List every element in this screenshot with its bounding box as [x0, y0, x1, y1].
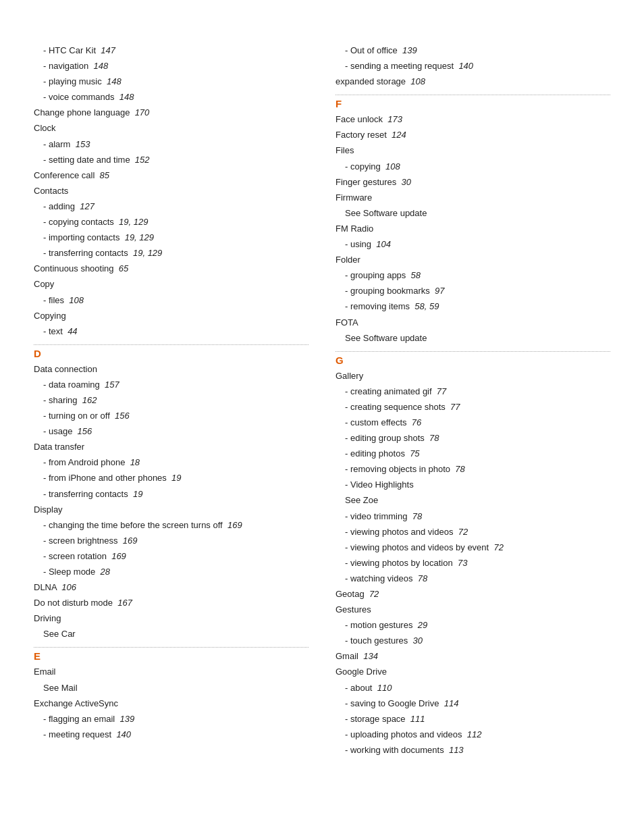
index-see-ref: See Software update — [336, 206, 610, 221]
page-ref: 29 — [418, 620, 427, 630]
section-letter: E — [34, 650, 308, 662]
page-ref: 108 — [410, 76, 425, 86]
page-ref: 72 — [458, 527, 468, 537]
right-column: - Out of office 139- sending a meeting r… — [336, 43, 610, 758]
page-ref: 106 — [61, 582, 76, 592]
index-entry-sub: - transferring contacts 19, 129 — [34, 246, 308, 261]
page-ref: 139 — [402, 45, 417, 55]
page-ref: 78 — [418, 573, 427, 583]
index-entry-main: Factory reset 124 — [336, 128, 610, 142]
index-entry-main: Change phone language 170 — [34, 105, 308, 120]
index-entry-main: Files — [336, 143, 610, 158]
page-ref: 114 — [444, 698, 459, 708]
index-columns: - HTC Car Kit 147- navigation 148- playi… — [34, 43, 610, 758]
page-ref: 44 — [68, 326, 77, 336]
index-entry-main: Folder — [336, 253, 610, 267]
index-entry-main: Face unlock 173 — [336, 112, 610, 127]
index-entry-sub: - from Android phone 18 — [34, 455, 308, 470]
index-entry-sub: - flagging an email 139 — [34, 712, 308, 727]
page-ref: 77 — [437, 386, 446, 396]
page-ref: 169 — [123, 536, 138, 546]
page-ref: 140 — [458, 61, 473, 71]
index-see-ref: See Software update — [336, 331, 610, 346]
index-entry-main: Continuous shooting 65 — [34, 261, 308, 276]
page-ref: 19 — [171, 473, 181, 483]
index-entry-main: Geotag 72 — [336, 587, 610, 602]
index-entry-sub: - about 110 — [336, 681, 610, 696]
page-ref: 77 — [450, 402, 460, 412]
index-entry-sub: - touch gestures 30 — [336, 633, 610, 648]
page-ref: 140 — [116, 729, 131, 739]
page-ref: 58 — [411, 270, 421, 280]
page-ref: 108 — [385, 161, 400, 172]
page-ref: 153 — [76, 139, 90, 149]
page-ref: 18 — [130, 457, 140, 467]
index-entry-sub: - transferring contacts 19 — [34, 487, 308, 502]
index-entry-main: Driving — [34, 611, 308, 626]
index-entry-sub: - text 44 — [34, 324, 308, 339]
page-ref: 19, 129 — [125, 232, 154, 242]
index-entry-main: Conference call 85 — [34, 168, 308, 183]
page-ref: 75 — [410, 448, 419, 459]
index-entry-sub: - removing objects in photo 78 — [336, 462, 610, 477]
page-ref: 134 — [363, 651, 378, 661]
page-ref: 169 — [227, 520, 242, 530]
index-entry-sub: - sharing 162 — [34, 393, 308, 408]
index-entry-sub: - saving to Google Drive 114 — [336, 696, 610, 711]
index-entry-sub: - from iPhone and other phones 19 — [34, 471, 308, 486]
index-see-ref: See Zoe — [336, 493, 610, 508]
page-ref: 173 — [387, 114, 402, 124]
index-entry-main: expanded storage 108 — [336, 74, 610, 89]
index-entry-main: Data transfer — [34, 440, 308, 454]
section-letter: G — [336, 355, 610, 366]
index-entry-sub: - Video Highlights — [336, 477, 610, 492]
index-entry-sub: - uploading photos and videos 112 — [336, 727, 610, 742]
index-entry-sub: - editing photos 75 — [336, 446, 610, 461]
page-ref: 104 — [376, 239, 391, 249]
page-ref: 72 — [493, 542, 503, 552]
page-ref: 110 — [377, 683, 392, 693]
index-entry-main: Google Drive — [336, 664, 610, 679]
page-ref: 78 — [412, 511, 422, 521]
index-entry-main: Email — [34, 664, 308, 679]
index-entry-sub: - voice commands 148 — [34, 90, 308, 105]
index-entry-sub: - copying contacts 19, 129 — [34, 215, 308, 230]
page-ref: 162 — [82, 395, 97, 405]
page-ref: 19 — [133, 489, 142, 499]
index-entry-main: Firmware — [336, 190, 610, 205]
index-entry-sub-long: - viewing photos and videos by event 72 — [336, 540, 610, 555]
page-ref: 30 — [402, 177, 411, 187]
page-ref: 112 — [467, 729, 482, 739]
page-ref: 108 — [69, 295, 84, 305]
page-ref: 169 — [111, 551, 126, 561]
index-entry-sub: - screen rotation 169 — [34, 549, 308, 564]
index-see-ref: See Mail — [34, 681, 308, 696]
index-entry-sub: - creating sequence shots 77 — [336, 400, 610, 415]
page-ref: 157 — [105, 380, 119, 390]
page-ref: 73 — [458, 558, 467, 568]
page-ref: 72 — [369, 589, 379, 599]
section-divider — [336, 95, 610, 95]
page-ref: 139 — [119, 714, 134, 724]
index-entry-sub: - copying 108 — [336, 159, 610, 174]
page-ref: 58, 59 — [414, 301, 439, 311]
index-entry-main: DLNA 106 — [34, 580, 308, 595]
index-entry-sub: - custom effects 76 — [336, 415, 610, 430]
page-ref: 30 — [412, 635, 422, 646]
index-entry-main: FM Radio — [336, 221, 610, 236]
index-entry-main: Display — [34, 502, 308, 517]
index-entry-sub: - removing items 58, 59 — [336, 299, 610, 314]
page-ref: 65 — [119, 263, 128, 273]
index-entry-sub: - alarm 153 — [34, 137, 308, 152]
index-see-ref: See Car — [34, 627, 308, 642]
index-entry-main: Exchange ActiveSync — [34, 696, 308, 711]
index-entry-sub: - viewing photos and videos 72 — [336, 525, 610, 540]
index-entry-sub: - screen brightness 169 — [34, 533, 308, 548]
page-ref: 19, 129 — [133, 248, 162, 258]
page-ref: 111 — [410, 714, 425, 724]
index-entry-sub: - turning on or off 156 — [34, 409, 308, 423]
index-entry-sub: - HTC Car Kit 147 — [34, 43, 308, 58]
index-entry-sub: - sending a meeting request 140 — [336, 59, 610, 74]
index-entry-sub: - Sleep mode 28 — [34, 565, 308, 579]
page-ref: 148 — [119, 92, 134, 102]
